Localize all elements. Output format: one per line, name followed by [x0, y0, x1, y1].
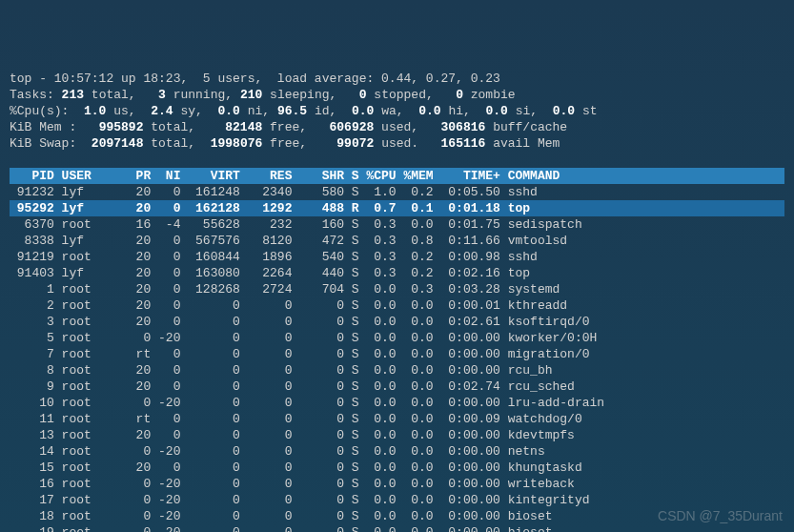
process-row: 7 root rt 0 0 0 0 S 0.0 0.0 0:00.00 migr… — [10, 346, 784, 362]
process-row: 91403 lyf 20 0 163080 2264 440 S 0.3 0.2… — [10, 265, 784, 281]
process-row: 17 root 0 -20 0 0 0 S 0.0 0.0 0:00.00 ki… — [10, 492, 784, 508]
process-row: 95292 lyf 20 0 162128 1292 488 R 0.7 0.1… — [10, 200, 784, 216]
blank-line — [10, 152, 784, 168]
process-row: 3 root 20 0 0 0 0 S 0.0 0.0 0:02.61 ksof… — [10, 314, 784, 330]
process-row: 8 root 20 0 0 0 0 S 0.0 0.0 0:00.00 rcu_… — [10, 362, 784, 379]
process-row: 91219 root 20 0 160844 1896 540 S 0.3 0.… — [10, 249, 784, 265]
process-row: 16 root 0 -20 0 0 0 S 0.0 0.0 0:00.00 wr… — [10, 476, 784, 492]
process-row: 6370 root 16 -4 55628 232 160 S 0.3 0.0 … — [10, 216, 784, 233]
summary-line-cpu: %Cpu(s): 1.0 us, 2.4 sy, 0.0 ni, 96.5 id… — [10, 103, 784, 119]
watermark: CSDN @7_35Durant — [658, 508, 783, 524]
process-row: 15 root 20 0 0 0 0 S 0.0 0.0 0:00.00 khu… — [10, 460, 784, 476]
process-row: 14 root 0 -20 0 0 0 S 0.0 0.0 0:00.00 ne… — [10, 443, 784, 460]
process-table-header: PID USER PR NI VIRT RES SHR S %CPU %MEM … — [10, 168, 784, 184]
process-row: 9 root 20 0 0 0 0 S 0.0 0.0 0:02.74 rcu_… — [10, 379, 784, 395]
process-row: 1 root 20 0 128268 2724 704 S 0.0 0.3 0:… — [10, 281, 784, 297]
summary-line-tasks: Tasks: 213 total, 3 running, 210 sleepin… — [10, 87, 784, 103]
summary-line-swap: KiB Swap: 2097148 total, 1998076 free, 9… — [10, 135, 784, 152]
process-row: 11 root rt 0 0 0 0 S 0.0 0.0 0:00.09 wat… — [10, 411, 784, 427]
process-row: 13 root 20 0 0 0 0 S 0.0 0.0 0:00.00 kde… — [10, 427, 784, 443]
process-row: 5 root 0 -20 0 0 0 S 0.0 0.0 0:00.00 kwo… — [10, 330, 784, 346]
process-row: 8338 lyf 20 0 567576 8120 472 S 0.3 0.8 … — [10, 233, 784, 249]
process-row: 10 root 0 -20 0 0 0 S 0.0 0.0 0:00.00 lr… — [10, 395, 784, 411]
process-row: 19 root 0 -20 0 0 0 S 0.0 0.0 0:00.00 bi… — [10, 524, 784, 532]
process-row: 2 root 20 0 0 0 0 S 0.0 0.0 0:00.01 kthr… — [10, 297, 784, 314]
top-terminal[interactable]: top - 10:57:12 up 18:23, 5 users, load a… — [10, 71, 784, 532]
summary-line-1: top - 10:57:12 up 18:23, 5 users, load a… — [10, 71, 784, 87]
process-row: 91232 lyf 20 0 161248 2340 580 S 1.0 0.2… — [10, 184, 784, 200]
summary-line-mem: KiB Mem : 995892 total, 82148 free, 6069… — [10, 119, 784, 135]
